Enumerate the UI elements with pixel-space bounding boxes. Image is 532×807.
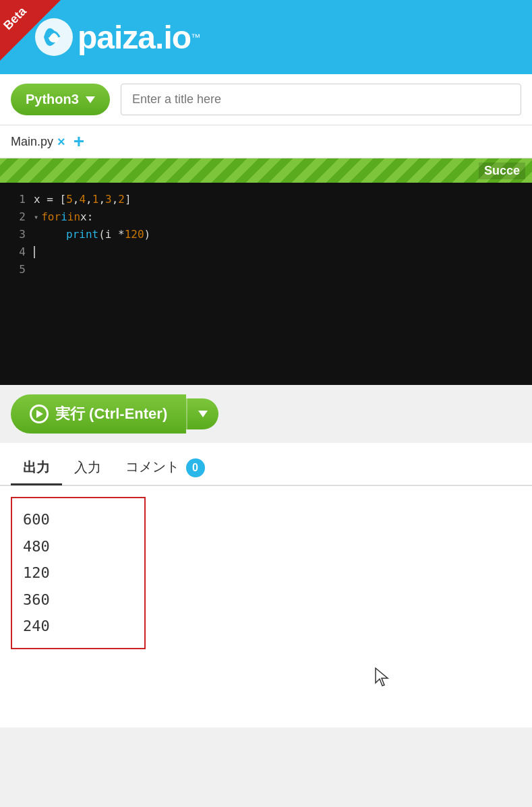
code-line-3: print(i * 120) [34,226,532,243]
output-line-1: 600 [23,506,134,533]
editor-container: Succe 1 2 3 4 5 x = [5, 4, 1, 3, 2] ▾for… [0,158,532,385]
title-input[interactable] [121,84,521,115]
code-editor[interactable]: 1 2 3 4 5 x = [5, 4, 1, 3, 2] ▾for i in … [0,183,532,385]
run-arrow-icon [30,405,49,423]
fold-arrow-icon: ▾ [34,208,38,226]
tab-output[interactable]: 出力 [11,452,62,485]
toolbar: Python3 [0,74,532,125]
output-line-5: 240 [23,613,134,640]
play-icon [36,410,43,418]
line-number-2: 2 [8,208,26,226]
success-stripe: Succe [0,158,532,183]
logo-area: paiza.io ™ [34,17,200,57]
beta-label: Beta [1,4,29,32]
close-tab-icon[interactable]: × [57,134,65,150]
code-line-2: ▾for i in x: [34,208,532,226]
line-number-3: 3 [8,226,26,243]
text-cursor [34,246,35,258]
run-label: 実行 (Ctrl-Enter) [55,404,167,424]
tab-input-label: 入力 [74,460,101,475]
run-row: 実行 (Ctrl-Enter) [0,385,532,443]
header: Beta paiza.io ™ [0,0,532,74]
output-line-3: 120 [23,560,134,587]
comment-count-badge: 0 [186,458,205,477]
paiza-logo-icon [34,17,74,57]
output-box: 600 480 120 360 240 [11,497,146,649]
file-tabs: Main.py × + [0,125,532,158]
svg-marker-2 [376,668,388,686]
mouse-cursor-icon [374,667,390,687]
run-button[interactable]: 実行 (Ctrl-Enter) [11,394,186,434]
tab-output-label: 出力 [23,460,50,475]
tab-comment-label: コメント [125,459,179,474]
output-tabs: 出力 入力 コメント 0 [0,443,532,486]
file-tab-main[interactable]: Main.py × [11,134,65,150]
code-line-5 [34,261,532,278]
chevron-up-icon [198,411,208,417]
tab-input[interactable]: 入力 [62,452,113,485]
chevron-down-icon [86,96,95,103]
line-numbers: 1 2 3 4 5 [0,188,34,380]
add-tab-button[interactable]: + [73,132,84,151]
tab-comment[interactable]: コメント 0 [113,451,217,486]
line-number-5: 5 [8,261,26,278]
line-number-1: 1 [8,191,26,208]
logo-text: paiza.io [78,19,191,56]
logo-tm: ™ [191,32,200,42]
code-line-1: x = [5, 4, 1, 3, 2] [34,191,532,208]
output-area: 600 480 120 360 240 [0,486,532,727]
language-label: Python3 [26,92,79,107]
file-tab-label: Main.py [11,135,53,149]
language-selector[interactable]: Python3 [11,84,110,115]
output-line-4: 360 [23,587,134,614]
code-content[interactable]: x = [5, 4, 1, 3, 2] ▾for i in x: print(i… [34,188,532,380]
success-text: Succe [479,162,525,179]
cursor-pointer-area [0,660,532,727]
output-line-2: 480 [23,533,134,560]
line-number-4: 4 [8,243,26,261]
run-dropdown-button[interactable] [186,398,218,429]
code-line-4 [34,243,532,261]
